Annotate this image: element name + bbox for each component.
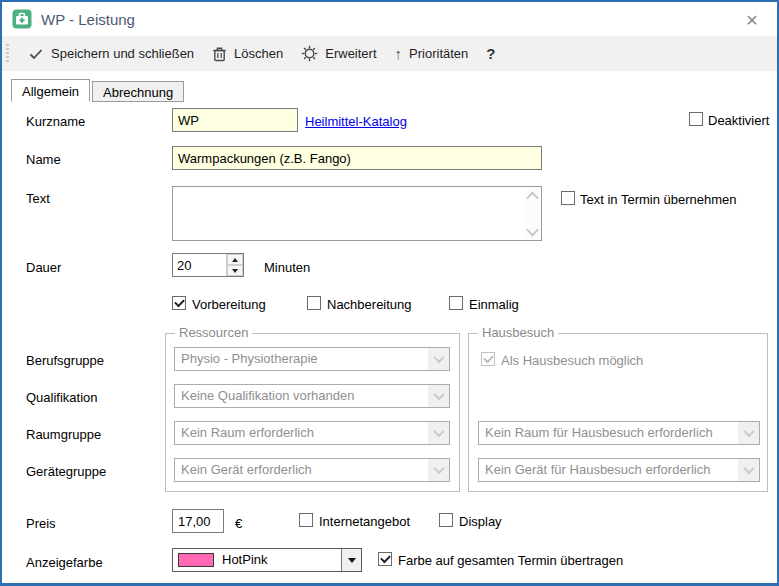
color-swatch [178,553,214,567]
deaktiviert-checkbox[interactable] [689,112,703,126]
dauer-unit-label: Minuten [264,260,310,275]
hausbesuch-moeglich-label: Als Hausbesuch möglich [501,353,643,368]
display-checkbox[interactable] [439,513,453,527]
name-label: Name [26,152,61,167]
raumgruppe-label: Raumgruppe [26,427,101,442]
currency-label: € [235,516,242,531]
app-medical-bag-icon [12,9,32,29]
anzeigefarbe-label: Anzeigefarbe [26,555,103,570]
nachbereitung-label: Nachbereitung [327,297,412,312]
gear-icon [301,45,318,62]
text-field[interactable] [173,187,541,240]
einmalig-label: Einmalig [469,297,519,312]
text-uebernehmen-checkbox[interactable] [561,191,575,205]
hausbesuch-geraet-value: Kein Gerät für Hausbesuch erforderlich [479,459,738,481]
window-title: WP - Leistung [41,11,135,28]
hausbesuch-geraet-dropdown: Kein Gerät für Hausbesuch erforderlich [478,458,760,482]
geraetegruppe-label: Gerätegruppe [26,464,106,479]
priorities-label: Prioritäten [409,46,468,61]
qualifikation-value: Keine Qualifikation vorhanden [175,385,428,407]
text-label: Text [26,191,50,206]
toolbar-grip[interactable] [6,44,9,64]
spin-down-icon[interactable] [227,265,243,276]
hausbesuch-raum-value: Kein Raum für Hausbesuch erforderlich [479,422,738,444]
save-close-label: Speichern und schließen [51,46,194,61]
dialog-window: WP - Leistung ✕ Speichern und schließen … [0,0,779,586]
check-icon [28,46,44,62]
vorbereitung-label: Vorbereitung [192,297,266,312]
text-field-wrap [172,186,542,241]
help-button[interactable]: ? [477,41,504,66]
display-label: Display [459,514,502,529]
scroll-up-icon[interactable] [524,188,540,204]
advanced-label: Erweitert [325,46,376,61]
name-input[interactable] [172,146,542,170]
preis-label: Preis [26,516,56,531]
priorities-button[interactable]: ↑ Prioritäten [386,42,478,65]
text-uebernehmen-label: Text in Termin übernehmen [580,192,737,207]
chevron-down-icon [428,459,449,481]
dauer-spin-buttons [226,254,243,276]
nachbereitung-checkbox[interactable] [307,296,321,310]
hausbesuch-raum-dropdown: Kein Raum für Hausbesuch erforderlich [478,421,760,445]
spin-up-icon[interactable] [227,254,243,265]
geraetegruppe-value: Kein Gerät erforderlich [175,459,428,481]
toolbar: Speichern und schließen Löschen [2,36,777,71]
farbe-uebertragen-checkbox[interactable] [378,552,392,566]
heilmittel-katalog-link[interactable]: Heilmittel-Katalog [305,114,407,129]
vorbereitung-checkbox[interactable] [172,296,186,310]
berufsgruppe-dropdown: Physio - Physiotherapie [174,347,450,371]
chevron-down-icon [738,422,759,444]
kurzname-input[interactable] [172,108,298,132]
ressourcen-legend: Ressourcen [175,325,252,340]
raumgruppe-dropdown: Kein Raum erforderlich [174,421,450,445]
chevron-down-icon [738,459,759,481]
hausbesuch-moeglich-checkbox [481,352,495,366]
dauer-spinner [172,253,244,277]
tab-allgemein[interactable]: Allgemein [11,79,90,102]
title-bar: WP - Leistung ✕ [2,2,777,36]
qualifikation-dropdown: Keine Qualifikation vorhanden [174,384,450,408]
scroll-down-icon[interactable] [524,223,540,239]
close-icon[interactable]: ✕ [740,8,764,32]
tab-strip: Allgemein Abrechnung [11,79,186,102]
internetangebot-checkbox[interactable] [299,513,313,527]
advanced-button[interactable]: Erweitert [292,41,385,66]
save-close-button[interactable]: Speichern und schließen [19,42,203,66]
internetangebot-label: Internetangebot [319,514,410,529]
preis-input[interactable] [172,509,224,533]
farbe-uebertragen-label: Farbe auf gesamten Termin übertragen [398,553,623,568]
chevron-down-icon [428,422,449,444]
trash-icon [212,46,227,62]
berufsgruppe-label: Berufsgruppe [26,353,104,368]
dauer-input[interactable] [173,254,226,276]
geraetegruppe-dropdown: Kein Gerät erforderlich [174,458,450,482]
dauer-label: Dauer [26,260,61,275]
anzeigefarbe-combobox[interactable]: HotPink [172,548,362,572]
delete-button[interactable]: Löschen [203,42,292,66]
delete-label: Löschen [234,46,283,61]
arrow-up-icon: ↑ [395,46,403,61]
berufsgruppe-value: Physio - Physiotherapie [175,348,428,370]
raumgruppe-value: Kein Raum erforderlich [175,422,428,444]
hausbesuch-legend: Hausbesuch [478,325,558,340]
text-scrollbar[interactable] [524,188,540,239]
tab-abrechnung[interactable]: Abrechnung [92,81,184,102]
qualifikation-label: Qualifikation [26,390,98,405]
chevron-down-icon [428,385,449,407]
dropdown-arrow-icon[interactable] [341,549,361,571]
kurzname-label: Kurzname [26,114,85,129]
deaktiviert-label: Deaktiviert [708,113,769,128]
einmalig-checkbox[interactable] [449,296,463,310]
color-name: HotPink [214,549,341,571]
chevron-down-icon [428,348,449,370]
